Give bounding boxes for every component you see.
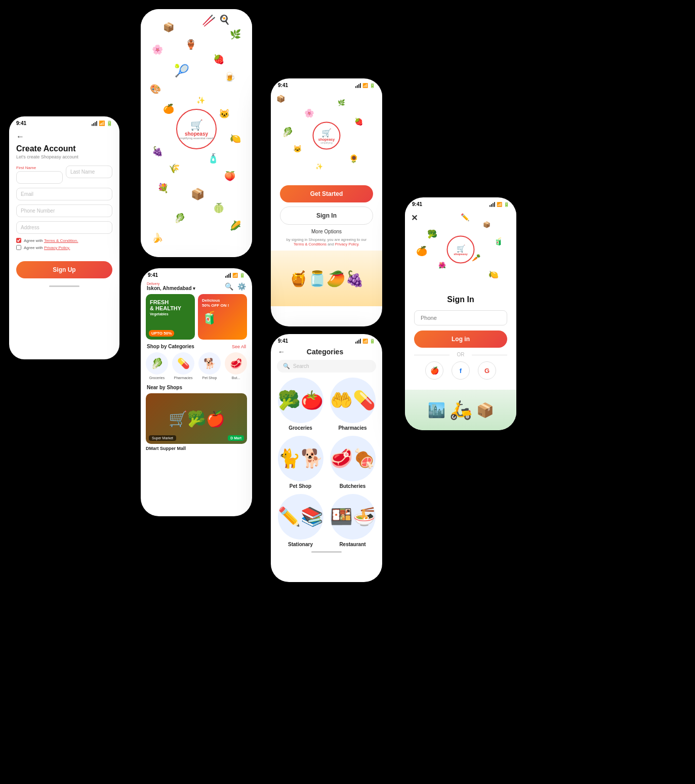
subtitle: Let's create Shopeasy account xyxy=(16,154,112,159)
privacy-checkbox[interactable] xyxy=(16,245,21,250)
category-label: Pharmacies xyxy=(174,376,193,380)
category-label: Groceries xyxy=(149,376,165,380)
privacy-text: Agree with Privacy Policy. xyxy=(24,245,70,250)
phone-home: 9:41 📶 🔋 Delivery Iskon, Ahmedabad ▾ 🔍 ⚙… xyxy=(141,268,252,516)
status-time: 9:41 xyxy=(278,338,288,344)
fresh-banner: FRESH& HEALTHY Vegetables UPTO 50% xyxy=(146,294,195,340)
butcheries-image: 🥩🍖 xyxy=(330,436,376,481)
category-label: But... xyxy=(232,376,240,380)
groceries-image: 🥦🍅 xyxy=(278,378,323,423)
sign-in-button[interactable]: Sign In xyxy=(280,207,373,225)
category-groceries[interactable]: 🥦🍅 Groceries xyxy=(277,378,324,431)
battery-icon: 🔋 xyxy=(370,83,375,88)
battery-icon: 🔋 xyxy=(239,273,245,278)
battery-icon: 🔋 xyxy=(504,202,509,207)
wifi-icon: 📶 xyxy=(362,339,368,344)
category-name: Restaurant xyxy=(339,542,365,547)
petshop-image: 🐈🐕 xyxy=(278,436,323,481)
category-name: Stationary xyxy=(288,542,313,547)
discount-badge: UPTO 50% xyxy=(149,330,174,337)
apple-icon: 🍎 xyxy=(430,366,439,375)
privacy-link[interactable]: Privacy Policy. xyxy=(44,245,70,250)
first-name-input[interactable]: Celina xyxy=(16,171,63,184)
home-indicator xyxy=(49,285,79,287)
terms-link[interactable]: Terms & Condition. xyxy=(44,238,78,243)
login-button[interactable]: Log in xyxy=(414,331,507,348)
category-pharmacies[interactable]: 🤲💊 Pharmacies xyxy=(329,378,376,431)
signin-logo: 🛒 shopeasy xyxy=(447,236,475,264)
shop-by-categories-title: Shop by Categories xyxy=(147,344,194,349)
phone-input[interactable] xyxy=(16,204,112,217)
phone-splash: 🥢 🍳 📦 🌿 🏺 🌸 🍓 🎾 🍺 🎨 ✨ 🍊 🐱 🌻 🍋 🍇 🧴 🌾 🍑 💐 … xyxy=(141,9,252,257)
terms-text: by signing in Shopeasy, you are agreeing… xyxy=(280,237,373,246)
battery-icon: 🔋 xyxy=(106,120,112,126)
more-options-link[interactable]: More Options xyxy=(280,229,373,234)
wifi-icon: 📶 xyxy=(497,202,502,207)
battery-icon: 🔋 xyxy=(370,339,375,344)
search-icon[interactable]: 🔍 xyxy=(225,282,233,291)
google-icon: G xyxy=(484,367,489,375)
category-name: Groceries xyxy=(289,425,312,431)
location-text: Iskon, Ahmedabad ▾ xyxy=(147,285,195,291)
categories-title: Categories xyxy=(289,348,361,356)
shop-card[interactable]: 🛒🥦🍎 Super Market D Mart xyxy=(146,393,247,444)
search-bar[interactable]: 🔍 Search xyxy=(277,360,376,373)
terms-conditions-link[interactable]: Terms & Conditions xyxy=(294,242,326,246)
juice-banner: Delicious50% OFF ON ! 🧃 xyxy=(198,294,247,340)
search-icon: 🔍 xyxy=(283,363,290,369)
filter-icon[interactable]: ⚙️ xyxy=(237,282,246,291)
search-placeholder: Search xyxy=(293,363,309,369)
delivery-scene: 🏙️🛵📦 xyxy=(405,390,516,430)
category-name: Pharmacies xyxy=(338,425,366,431)
google-signin-button[interactable]: G xyxy=(478,361,496,380)
banner-title-1: FRESH& HEALTHY xyxy=(150,299,191,311)
get-started-button[interactable]: Get Started xyxy=(280,185,373,202)
signin-title: Sign In xyxy=(414,295,507,304)
close-button[interactable]: ✕ xyxy=(411,213,418,223)
last-name-input[interactable] xyxy=(66,166,112,178)
category-petshop[interactable]: 🐈🐕 Pet Shop xyxy=(277,436,324,489)
wifi-icon: 📶 xyxy=(99,120,105,126)
category-butcheries[interactable]: 🥩 But... xyxy=(225,352,247,380)
email-input[interactable] xyxy=(16,188,112,200)
restaurant-image: 🍱🍜 xyxy=(330,494,376,540)
shop-name: DMart Supper Mall xyxy=(141,444,252,453)
privacy-policy-link[interactable]: Privacy Policy. xyxy=(335,242,359,246)
shop-tag: Super Market xyxy=(149,435,176,441)
back-button[interactable]: ← xyxy=(16,132,112,141)
status-time: 9:41 xyxy=(278,82,288,88)
category-stationary[interactable]: ✏️📚 Stationary xyxy=(277,494,324,547)
status-time: 9:41 xyxy=(16,120,26,126)
facebook-signin-button[interactable]: f xyxy=(452,361,470,380)
see-all-link[interactable]: See All xyxy=(232,344,246,349)
page-title: Create Account xyxy=(16,144,112,153)
facebook-icon: f xyxy=(460,367,462,375)
terms-checkbox[interactable] xyxy=(16,238,21,243)
category-butcheries[interactable]: 🥩🍖 Butcheries xyxy=(329,436,376,489)
signin-splash-bg: ✏️ 📦 🥦 🧃 🍊 🥕 🌺 🍋 ✕ 🛒 shopeasy xyxy=(405,209,516,290)
category-petshop[interactable]: 🐕 Pet Shop xyxy=(198,352,221,380)
banner-subtitle: Vegetables xyxy=(150,312,191,316)
address-input[interactable] xyxy=(16,221,112,234)
welcome-logo: 🛒 shopeasy simplifying xyxy=(313,122,341,150)
category-name: Butcheries xyxy=(340,483,366,489)
delivery-label: Delivery xyxy=(147,282,195,285)
first-name-label: First Name xyxy=(16,166,63,170)
category-pharmacies[interactable]: 💊 Pharmacies xyxy=(172,352,194,380)
apple-signin-button[interactable]: 🍎 xyxy=(425,361,443,380)
phone-create-account: 9:41 📶 🔋 ← Create Account Let's create S… xyxy=(9,116,119,359)
back-button[interactable]: ← xyxy=(278,348,285,356)
phone-number-input[interactable] xyxy=(414,310,507,325)
category-label: Pet Shop xyxy=(202,376,217,380)
sign-up-button[interactable]: Sign Up xyxy=(16,261,112,278)
phone-welcome: 9:41 📶 🔋 📦 🌿 🌸 🍓 🥬 🍊 🐱 🌻 ✨ 🛒 shopeasy si… xyxy=(271,78,382,326)
wifi-icon: 📶 xyxy=(362,83,368,88)
category-name: Pet Shop xyxy=(290,483,311,489)
category-groceries[interactable]: 🥬 Groceries xyxy=(146,352,168,380)
shop-logo: D Mart xyxy=(228,435,244,441)
location-chevron: ▾ xyxy=(193,286,195,291)
status-time: 9:41 xyxy=(148,272,158,278)
status-time: 9:41 xyxy=(412,201,422,207)
category-restaurant[interactable]: 🍱🍜 Restaurant xyxy=(329,494,376,547)
nearby-shops-title: Near by Shops xyxy=(141,385,252,393)
